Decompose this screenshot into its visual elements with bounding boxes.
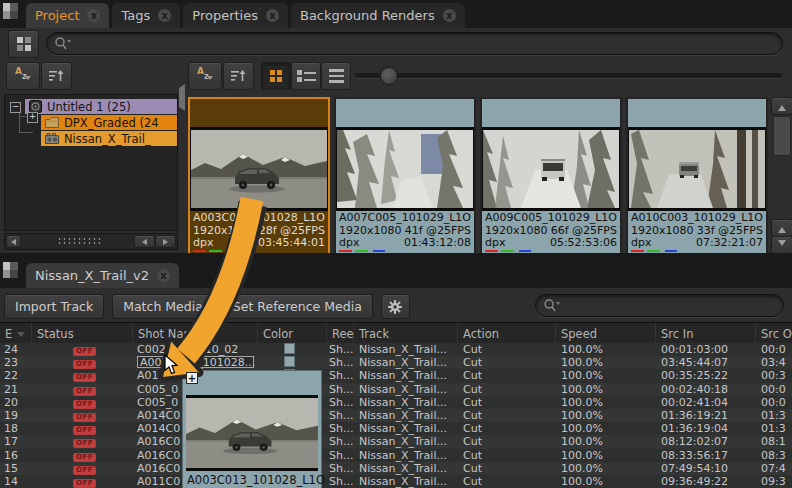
close-icon[interactable]: x — [443, 9, 456, 22]
panel-corner-icon[interactable] — [3, 3, 18, 19]
table-row[interactable]: 16 OFF A016C0 Sh... Nissan_X_Trail... Cu… — [0, 449, 792, 462]
tree-collapse-box[interactable]: − — [10, 102, 21, 113]
table-row[interactable]: 21 OFF C005_0 Sh... Nissan_X_Trail... Cu… — [0, 383, 792, 396]
tree-item-clip-nissan-x-trail[interactable]: Nissan_X_Trail_ — [41, 131, 177, 146]
column-header-src-out[interactable]: Src O — [756, 323, 792, 344]
status-badge[interactable]: OFF — [73, 453, 96, 462]
status-cell[interactable]: OFF — [32, 475, 133, 488]
tree-sort-order-button[interactable] — [41, 62, 72, 90]
status-cell[interactable]: OFF — [32, 435, 133, 448]
clip-thumbnail-a010c003[interactable]: A010C003_101029_L1O 1920x108033f @25FPS … — [626, 97, 768, 253]
clip-thumbnail-a003c013[interactable]: A003C013_101028_L1O 1920x108028f @25FPS … — [188, 97, 330, 253]
view-thumbnail-list-button[interactable] — [291, 62, 321, 90]
shot-name-cell[interactable]: A003C013_101028... — [133, 356, 258, 369]
color-swatch[interactable] — [284, 356, 295, 367]
scroll-up-button[interactable] — [771, 97, 792, 115]
tab-properties[interactable]: Properties x — [183, 3, 288, 28]
close-icon[interactable]: x — [87, 9, 100, 22]
status-badge[interactable]: OFF — [73, 373, 96, 382]
scroll-left-button[interactable] — [6, 235, 21, 248]
clip-thumbnail-a009c005[interactable]: A009C005_101029_L1O 1920x108066f @25FPS … — [480, 97, 622, 253]
column-header-speed[interactable]: Speed — [556, 323, 656, 344]
thumbs-sort-alpha-button[interactable]: Az — [188, 62, 222, 90]
status-badge[interactable]: OFF — [73, 347, 96, 356]
tree-sort-alpha-button[interactable]: Az — [6, 62, 40, 90]
speed-cell: 100.0% — [556, 383, 656, 396]
status-badge[interactable]: OFF — [73, 479, 96, 488]
import-track-button[interactable]: Import Track — [4, 294, 104, 319]
table-row[interactable]: 23 OFF A003C013_101028... Sh... Nissan_X… — [0, 356, 792, 369]
tree-item-project-untitled[interactable]: Untitled 1 (25) — [25, 99, 177, 114]
table-row[interactable]: 14 OFF A011C0 Sh... Nissan_X_Trail... Cu… — [0, 475, 792, 488]
thumbs-vscrollbar[interactable] — [771, 97, 791, 253]
color-cell[interactable] — [258, 343, 327, 357]
match-media-button[interactable]: Match Media — [112, 294, 214, 319]
table-row[interactable]: 18 OFF A014C0 Sh... Nissan_X_Trail... Cu… — [0, 422, 792, 435]
status-badge[interactable]: OFF — [73, 387, 96, 396]
scroll-up-button-2[interactable] — [771, 219, 792, 237]
table-row[interactable]: 24 OFF C002_02_2810_02 Sh... Nissan_X_Tr… — [0, 343, 792, 356]
status-cell[interactable]: OFF — [32, 343, 133, 356]
table-row[interactable]: 15 OFF A016C0 Sh... Nissan_X_Trail... Cu… — [0, 462, 792, 475]
set-reference-media-button[interactable]: Set Reference Media — [222, 294, 373, 319]
panel-corner-icon[interactable] — [3, 262, 18, 278]
status-cell[interactable]: OFF — [32, 356, 133, 369]
tree-hscrollbar[interactable] — [4, 233, 178, 250]
status-badge[interactable]: OFF — [73, 466, 96, 475]
settings-button[interactable] — [381, 294, 410, 319]
close-icon[interactable]: x — [266, 9, 279, 22]
scroll-down-button[interactable] — [771, 236, 792, 253]
timeline-search-input[interactable] — [535, 294, 784, 317]
scrollbar-grip[interactable] — [57, 237, 101, 245]
table-row[interactable]: 19 OFF A014C0 Sh... Nissan_X_Trail... Cu… — [0, 409, 792, 422]
close-icon[interactable]: x — [157, 269, 170, 282]
tab-background-renders[interactable]: Background Renders x — [291, 3, 465, 28]
status-cell[interactable]: OFF — [32, 369, 133, 382]
view-list-button[interactable] — [321, 62, 351, 90]
column-header-action[interactable]: Action — [458, 323, 556, 344]
column-header-reel[interactable]: Ree — [327, 323, 354, 344]
clip-thumbnail-a007c005[interactable]: A007C005_101029_L1O 1920x108041f @25FPS … — [334, 97, 476, 253]
view-grid-button[interactable] — [261, 62, 291, 90]
column-header-track[interactable]: Track — [354, 323, 458, 344]
status-cell[interactable]: OFF — [32, 396, 133, 409]
column-header-src-in[interactable]: Src In — [656, 323, 756, 344]
thumbnail-size-slider-track[interactable] — [355, 73, 782, 78]
column-header-shot-name[interactable]: Shot Name — [133, 323, 258, 344]
scroll-left-button-2[interactable] — [134, 235, 155, 248]
status-cell[interactable]: OFF — [32, 422, 133, 435]
pane-collapse-handle[interactable] — [175, 88, 185, 107]
scrollbar-thumb[interactable] — [773, 116, 791, 156]
layout-grid-button[interactable] — [8, 30, 39, 58]
table-row[interactable]: 22 OFF A014C0 Sh... Nissan_X_Trail... Cu… — [0, 369, 792, 382]
status-badge[interactable]: OFF — [73, 426, 96, 435]
tab-nissan-x-trail-v2[interactable]: Nissan_X_Trail_v2 x — [26, 263, 179, 288]
status-cell[interactable]: OFF — [32, 449, 133, 462]
tree-item-folder-dpx-graded[interactable]: DPX_Graded (24 — [41, 115, 177, 130]
gear-icon — [387, 299, 403, 315]
color-cell[interactable] — [258, 356, 327, 370]
status-badge[interactable]: OFF — [73, 360, 96, 369]
close-icon[interactable]: x — [158, 9, 171, 22]
status-cell[interactable]: OFF — [32, 383, 133, 396]
status-badge[interactable]: OFF — [73, 413, 96, 422]
thumbs-sort-order-button[interactable] — [223, 62, 254, 90]
thumbnail-size-slider-handle[interactable] — [380, 67, 398, 85]
column-header-event[interactable]: E — [0, 323, 32, 344]
project-search-input[interactable] — [46, 32, 783, 55]
shot-name-cell[interactable]: C002_02_2810_02 — [133, 343, 258, 356]
table-row[interactable]: 20 OFF C005_0 Sh... Nissan_X_Trail... Cu… — [0, 396, 792, 409]
column-header-color[interactable]: Color — [258, 323, 327, 344]
tree-expand-box[interactable]: + — [27, 112, 38, 123]
status-cell[interactable]: OFF — [32, 409, 133, 422]
status-cell[interactable]: OFF — [32, 462, 133, 475]
color-swatch[interactable] — [284, 343, 295, 354]
tab-tags[interactable]: Tags x — [112, 3, 180, 28]
column-header-status[interactable]: Status — [32, 323, 133, 344]
scroll-right-button[interactable] — [155, 235, 176, 248]
table-row[interactable]: 17 OFF A016C0 Sh... Nissan_X_Trail... Cu… — [0, 435, 792, 448]
grid-icon — [17, 37, 31, 51]
status-badge[interactable]: OFF — [73, 439, 96, 448]
tab-project[interactable]: Project x — [26, 3, 109, 28]
status-badge[interactable]: OFF — [73, 400, 96, 409]
